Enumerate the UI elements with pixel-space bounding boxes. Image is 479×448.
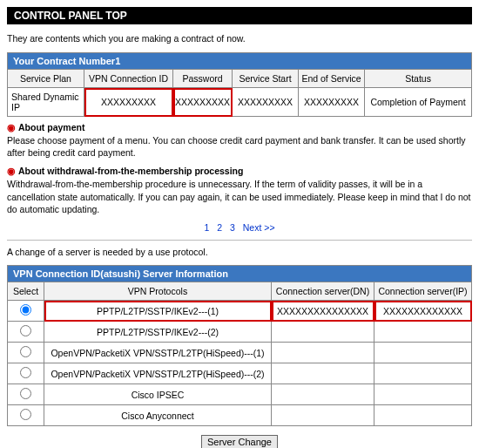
ip-cell	[374, 343, 472, 363]
table-row: PPTP/L2TP/SSTP/IKEv2---(1)XXXXXXXXXXXXXX…	[8, 301, 472, 322]
bullet-icon: ◉	[7, 122, 16, 132]
td-plan: Shared Dynamic IP	[8, 88, 84, 117]
server-radio[interactable]	[20, 304, 31, 316]
td-start: XXXXXXXXX	[233, 88, 299, 117]
server-radio[interactable]	[20, 346, 31, 357]
ip-cell	[374, 363, 472, 384]
td-password: XXXXXXXXX	[173, 88, 233, 117]
radio-cell	[8, 363, 44, 384]
ip-cell	[374, 405, 472, 426]
th-dn: Connection server(DN)	[272, 282, 374, 301]
radio-cell	[8, 343, 44, 363]
page-2-link[interactable]: 2	[217, 222, 222, 233]
dn-cell	[272, 405, 374, 426]
radio-cell	[8, 384, 44, 405]
bullet-icon: ◉	[7, 166, 16, 176]
change-note: A change of a server is needed by a use …	[7, 246, 472, 258]
withdraw-body: Withdrawal-from-the-membership procedure…	[7, 178, 472, 215]
proto-cell: OpenVPN/PacketiX VPN/SSTP/L2TP(HiSpeed)-…	[44, 343, 272, 363]
contract-table: Your Contract Number1 Service Plan VPN C…	[7, 52, 472, 117]
dn-cell: XXXXXXXXXXXXXXX	[272, 301, 374, 322]
separator	[7, 240, 472, 241]
th-end: End of Service	[299, 70, 365, 88]
ip-cell	[374, 322, 472, 343]
dn-cell	[272, 363, 374, 384]
server-table: VPN Connection ID(atsushi) Server Inform…	[7, 265, 472, 426]
th-select: Select	[8, 282, 44, 301]
proto-cell: OpenVPN/PacketiX VPN/SSTP/L2TP(HiSpeed)-…	[44, 363, 272, 384]
table-row: OpenVPN/PacketiX VPN/SSTP/L2TP(HiSpeed)-…	[8, 363, 472, 384]
server-radio[interactable]	[20, 367, 31, 378]
contract-band: Your Contract Number1	[8, 53, 472, 70]
server-radio[interactable]	[20, 388, 31, 399]
ip-cell	[374, 384, 472, 405]
proto-cell: Cisco IPSEC	[44, 384, 272, 405]
pager: 1 2 3 Next >>	[7, 222, 472, 233]
radio-cell	[8, 405, 44, 426]
td-end: XXXXXXXXX	[299, 88, 365, 117]
server-band: VPN Connection ID(atsushi) Server Inform…	[8, 266, 472, 282]
th-status: Status	[365, 70, 472, 88]
td-vpnid: XXXXXXXXX	[84, 88, 173, 117]
proto-cell: Cisco Anyconnect	[44, 405, 272, 426]
server-radio[interactable]	[20, 409, 31, 420]
server-radio[interactable]	[20, 325, 31, 336]
radio-cell	[8, 322, 44, 343]
table-row: Cisco IPSEC	[8, 384, 472, 405]
dn-cell	[272, 322, 374, 343]
page-1-link[interactable]: 1	[204, 222, 209, 233]
th-password: Password	[173, 70, 233, 88]
page-next-link[interactable]: Next >>	[243, 222, 275, 233]
page-3-link[interactable]: 3	[230, 222, 235, 233]
th-plan: Service Plan	[8, 70, 84, 88]
th-ip: Connection server(IP)	[374, 282, 472, 301]
proto-cell: PPTP/L2TP/SSTP/IKEv2---(2)	[44, 322, 272, 343]
td-status: Completion of Payment	[365, 88, 472, 117]
payment-body: Please choose payment of a menu. You can…	[7, 134, 472, 159]
radio-cell	[8, 301, 44, 322]
table-row: OpenVPN/PacketiX VPN/SSTP/L2TP(HiSpeed)-…	[8, 343, 472, 363]
withdraw-heading: ◉About withdrawal-from-the-membership pr…	[7, 166, 472, 176]
th-proto: VPN Protocols	[44, 282, 272, 301]
proto-cell: PPTP/L2TP/SSTP/IKEv2---(1)	[44, 301, 272, 322]
ip-cell: XXXXXXXXXXXXX	[374, 301, 472, 322]
server-change-button[interactable]: Server Change	[201, 435, 278, 448]
dn-cell	[272, 384, 374, 405]
page-title: CONTROL PANEL TOP	[7, 7, 472, 24]
table-row: PPTP/L2TP/SSTP/IKEv2---(2)	[8, 322, 472, 343]
table-row: Cisco Anyconnect	[8, 405, 472, 426]
th-vpnid: VPN Connection ID	[84, 70, 173, 88]
th-start: Service Start	[233, 70, 299, 88]
dn-cell	[272, 343, 374, 363]
intro-text: They are contents which you are making a…	[7, 33, 472, 44]
payment-heading: ◉About payment	[7, 122, 472, 132]
